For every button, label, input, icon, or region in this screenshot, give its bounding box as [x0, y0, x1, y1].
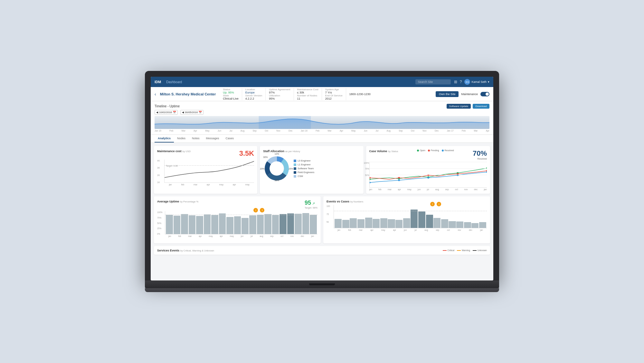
- stat-uptime: Uptime Agreement 97% Utilization 95%: [266, 88, 294, 100]
- alert-pin: !: [253, 208, 258, 212]
- legend-item: Field Engineers: [294, 171, 314, 174]
- stat-location: Location Europe Server Version 4.2.2.2: [242, 88, 266, 100]
- tab-analytics[interactable]: Analytics: [155, 135, 174, 142]
- site-stats: Status Up. 95% State Clinical-Live Locat…: [220, 88, 432, 100]
- alert-pin: !: [437, 202, 441, 206]
- header-actions: Own the Site Maintenance: [436, 91, 489, 97]
- legend-item: L0 Engineer: [294, 159, 314, 162]
- avatar: KS: [464, 79, 470, 85]
- average-uptime-card: Average Uptime by Percentage % 95 ↗ Targ…: [154, 196, 321, 243]
- tab-notes[interactable]: Notes: [189, 135, 203, 142]
- legend-item: CSM: [294, 175, 314, 178]
- events-header: Services Events by Critical, Warning & U…: [157, 249, 487, 252]
- nav-title: Dashboard: [166, 80, 182, 84]
- charts-row-2: Average Uptime by Percentage % 95 ↗ Targ…: [154, 196, 490, 243]
- site-header: ‹ Milton S. Hershey Medical Center Statu…: [151, 87, 493, 101]
- events-cases-card: Events vs Cases by Numbers 1007550: [323, 196, 490, 243]
- tabs-bar: Analytics Nodes Notes Messages Cases: [151, 135, 493, 143]
- own-site-button[interactable]: Own the Site: [436, 91, 459, 97]
- timeline-dates: ◀ 10/02/2016 📅 ◀ 30/05/2016 📅: [155, 110, 489, 115]
- svg-rect-0: [259, 116, 311, 129]
- maintenance-toggle[interactable]: [480, 92, 489, 96]
- svg-point-20: [427, 177, 429, 179]
- staff-allocation-card: Staff Allocation as per History: [260, 146, 363, 194]
- donut-container: 10% 25% 30% 20% 30% L0 Engineer: [263, 155, 360, 182]
- tab-cases[interactable]: Cases: [223, 135, 237, 142]
- stat-maint-cost: Maintainance Cost ≤ 30k Number of Nodes …: [294, 88, 322, 100]
- calendar-icon[interactable]: 📅: [199, 111, 202, 114]
- software-update-button[interactable]: Software Update: [447, 104, 471, 109]
- svg-point-7: [270, 162, 284, 176]
- alert-pin: !: [260, 208, 264, 212]
- events-legend: Critical Warning Unknown: [443, 249, 487, 251]
- svg-point-18: [370, 182, 371, 183]
- stat-phone: 1800-1230-1230: [346, 93, 374, 96]
- nav-icons: ⊞ ?: [454, 80, 462, 84]
- case-volume-card: Case Volume by Status Open: [366, 146, 490, 194]
- help-icon[interactable]: ?: [460, 80, 462, 84]
- timeline-section: Timeline - Uptime Software Update Downlo…: [151, 101, 493, 135]
- tab-messages[interactable]: Messages: [203, 135, 223, 142]
- svg-point-19: [398, 180, 400, 181]
- legend-item: Software Team: [294, 167, 314, 170]
- chevron-down-icon: ▾: [488, 80, 489, 83]
- download-button[interactable]: Download: [473, 104, 489, 109]
- timeline-title: Timeline - Uptime: [155, 104, 180, 108]
- svg-point-22: [486, 171, 487, 173]
- svg-point-14: [398, 177, 400, 179]
- legend-item: L1 Engineer: [294, 163, 314, 166]
- stat-status: Status Up. 95% State Clinical-Live: [220, 88, 242, 100]
- brand-logo: IDM: [155, 80, 161, 84]
- donut-legend: L0 Engineer L1 Engineer Software Team: [294, 159, 314, 178]
- grid-icon[interactable]: ⊞: [454, 80, 457, 84]
- maint-cost-value: ≤ 30k: [297, 91, 318, 94]
- nav-user[interactable]: KS Kamal Seth ▾: [464, 79, 489, 85]
- dashboard-content: Maintenance cost by USD 3.5K 4K3K2K1K: [151, 143, 493, 280]
- search-input[interactable]: [415, 79, 451, 84]
- alert-pin: !: [430, 202, 435, 206]
- top-nav: IDM Dashboard ⊞ ? KS Kamal Seth ▾: [151, 77, 493, 87]
- start-date-picker[interactable]: ◀ 10/02/2016 📅: [155, 110, 178, 115]
- timeline-actions: Software Update Download: [447, 104, 489, 109]
- stat-system-age: System Age 7 Yrs End Of Service 2012: [322, 88, 346, 100]
- maintenance-cost-card: Maintenance cost by USD 3.5K 4K3K2K1K: [154, 146, 257, 194]
- end-date-picker[interactable]: ◀ 30/05/2016 📅: [180, 110, 204, 115]
- svg-point-8: [370, 179, 371, 180]
- timeline-axis: Jan 15 Feb Mar Apr May Jun Jul Aug Sep O…: [155, 130, 489, 132]
- charts-row-1: Maintenance cost by USD 3.5K 4K3K2K1K: [154, 146, 490, 194]
- back-button[interactable]: ‹: [155, 92, 156, 97]
- maintenance-label: Maintenance: [461, 93, 478, 96]
- calendar-icon[interactable]: 📅: [173, 111, 176, 114]
- tab-nodes[interactable]: Nodes: [174, 135, 189, 142]
- timeline-chart: [155, 116, 489, 129]
- services-events-section: Services Events by Critical, Warning & U…: [154, 246, 490, 255]
- site-name: Milton S. Hershey Medical Center: [160, 92, 216, 96]
- svg-point-13: [370, 177, 371, 179]
- case-legend: Open Pending Resolved: [417, 149, 454, 152]
